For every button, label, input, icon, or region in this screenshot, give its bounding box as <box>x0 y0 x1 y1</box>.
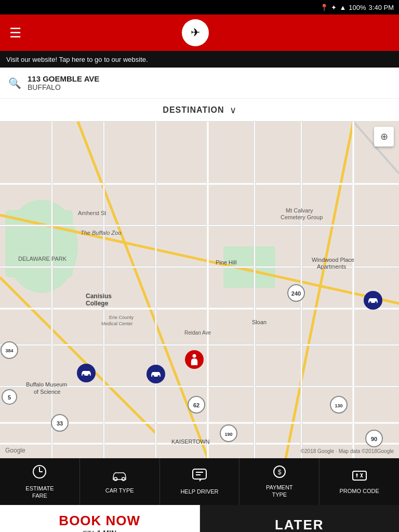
svg-text:130: 130 <box>335 403 342 408</box>
logo-plane-icon: ✈ <box>191 26 200 39</box>
help-driver-icon <box>192 468 207 486</box>
svg-text:190: 190 <box>224 432 232 437</box>
eta-text: ETA 1 MIN <box>83 529 116 533</box>
book-now-text: BOOK NOW <box>59 513 140 529</box>
later-text: LATER <box>275 517 324 533</box>
map-copyright: ©2018 Google · Map data ©2018Google <box>301 448 394 454</box>
payment-type-icon: $ <box>272 465 287 482</box>
book-bar: BOOK NOW ETA 1 MIN LATER <box>0 505 399 532</box>
website-banner[interactable]: Visit our website! Tap here to go to our… <box>0 51 399 68</box>
svg-text:Erie County: Erie County <box>109 315 134 320</box>
status-bar: 📍 ✦ ▲ 100% 3:40 PM <box>0 0 399 15</box>
svg-text:384: 384 <box>5 348 13 353</box>
nav-estimate-fare[interactable]: ESTIMATEFARE <box>0 458 80 505</box>
bluetooth-icon: ✦ <box>331 4 337 11</box>
map-svg: 240 62 33 384 5 190 130 90 The Buffalo Z… <box>0 122 399 458</box>
header: ☰ ✈ <box>0 15 399 51</box>
svg-text:KAISERTOWN: KAISERTOWN <box>171 438 210 445</box>
banner-text: Visit our website! Tap here to go to our… <box>6 56 148 63</box>
eta-time: 1 MIN <box>97 529 116 533</box>
payment-type-label: PAYMENTTYPE <box>266 484 293 498</box>
svg-text:DELAWARE PARK: DELAWARE PARK <box>18 256 67 262</box>
svg-text:Medical Center: Medical Center <box>101 321 133 326</box>
svg-point-37 <box>369 301 371 303</box>
time-text: 3:40 PM <box>369 4 394 11</box>
search-icon: 🔍 <box>8 77 21 89</box>
person-marker <box>185 350 204 369</box>
nav-help-driver[interactable]: HELP DRIVER <box>160 458 240 505</box>
svg-text:Apartments: Apartments <box>317 263 347 270</box>
svg-point-41 <box>152 375 154 377</box>
google-watermark: Google <box>5 447 25 454</box>
logo: ✈ <box>182 19 209 46</box>
nav-promo-code[interactable]: PROMO CODE <box>320 458 399 505</box>
car-marker-1 <box>364 291 382 310</box>
battery-text: 100% <box>349 4 366 11</box>
chevron-down-icon: ∨ <box>230 104 236 116</box>
hamburger-icon[interactable]: ☰ <box>9 25 21 41</box>
help-driver-label: HELP DRIVER <box>180 488 218 495</box>
location-icon: 📍 <box>320 4 328 11</box>
locate-button[interactable]: ⊕ <box>374 127 394 147</box>
svg-text:Buffalo Museum: Buffalo Museum <box>26 381 67 388</box>
location-address: 113 GOEMBLE AVE <box>28 74 99 83</box>
location-display: 113 GOEMBLE AVE BUFFALO <box>28 74 99 91</box>
svg-text:33: 33 <box>57 420 63 427</box>
svg-rect-44 <box>191 361 198 365</box>
svg-text:62: 62 <box>193 402 200 408</box>
destination-bar[interactable]: DESTINATION ∨ <box>0 99 399 122</box>
svg-text:Reidan Ave: Reidan Ave <box>184 330 211 336</box>
estimate-fare-icon <box>32 464 47 483</box>
later-button[interactable]: LATER <box>200 505 400 532</box>
estimate-fare-label: ESTIMATEFARE <box>25 485 54 499</box>
svg-text:College: College <box>86 300 109 307</box>
promo-code-icon <box>352 469 367 486</box>
svg-text:Canisius: Canisius <box>86 292 112 300</box>
location-bar[interactable]: 🔍 113 GOEMBLE AVE BUFFALO <box>0 68 399 99</box>
svg-rect-55 <box>353 471 366 480</box>
svg-text:Windwood Place: Windwood Place <box>312 257 354 263</box>
svg-text:90: 90 <box>371 436 377 442</box>
map-container[interactable]: 240 62 33 384 5 190 130 90 The Buffalo Z… <box>0 122 399 458</box>
svg-text:of Science: of Science <box>34 389 60 395</box>
nav-car-type[interactable]: CAR TYPE <box>80 458 160 505</box>
svg-text:5: 5 <box>8 394 11 401</box>
svg-text:The Buffalo Zoo: The Buffalo Zoo <box>81 230 121 236</box>
car-type-icon <box>112 469 127 485</box>
svg-text:$: $ <box>277 469 281 476</box>
book-now-button[interactable]: BOOK NOW ETA 1 MIN <box>0 505 200 532</box>
status-icons: 📍 ✦ ▲ 100% 3:40 PM <box>320 4 394 11</box>
car-type-label: CAR TYPE <box>105 487 134 494</box>
svg-point-42 <box>158 375 160 377</box>
svg-text:Sloan: Sloan <box>252 319 267 325</box>
nav-payment-type[interactable]: $ PAYMENTTYPE <box>240 458 320 505</box>
location-city: BUFFALO <box>28 83 99 91</box>
svg-text:Pine Hill: Pine Hill <box>216 259 236 265</box>
svg-point-38 <box>375 301 377 303</box>
svg-point-43 <box>193 354 196 358</box>
svg-point-40 <box>88 374 90 376</box>
locate-icon: ⊕ <box>380 131 388 142</box>
bottom-nav: ESTIMATEFARE CAR TYPE HELP DRIVER $ PAYM… <box>0 458 399 505</box>
svg-text:Mt Calvary: Mt Calvary <box>286 207 313 214</box>
svg-text:240: 240 <box>291 290 301 297</box>
svg-text:Amherst St: Amherst St <box>78 210 106 216</box>
car-marker-3 <box>147 365 165 383</box>
promo-code-label: PROMO CODE <box>339 488 379 495</box>
car-marker-2 <box>77 364 96 382</box>
destination-label: DESTINATION <box>163 105 224 115</box>
svg-point-39 <box>83 374 85 376</box>
wifi-icon: ▲ <box>339 4 346 11</box>
svg-text:Cemetery Group: Cemetery Group <box>281 214 323 220</box>
svg-rect-50 <box>193 469 206 479</box>
